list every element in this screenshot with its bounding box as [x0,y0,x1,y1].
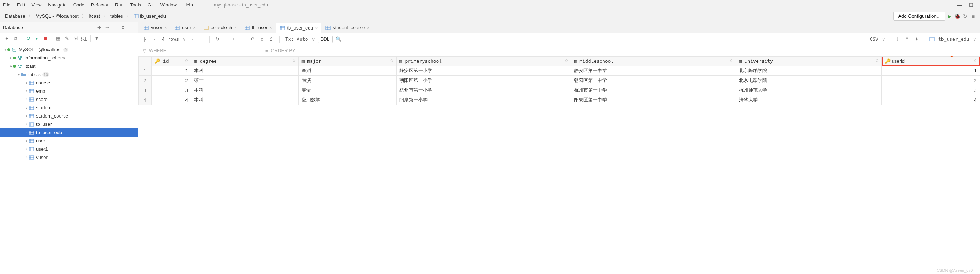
reload-icon[interactable]: ↻ [214,36,221,42]
svg-rect-5 [20,56,22,58]
tree-table-tb_user[interactable]: ›tb_user [0,120,138,128]
tab-student_course[interactable]: student_course× [321,22,373,33]
close-icon[interactable]: × [164,25,167,30]
tree-table-tb_user_edu[interactable]: ›tb_user_edu [0,128,138,137]
export-down-icon[interactable]: ⭳ [894,36,902,42]
stop-icon[interactable]: ■ [969,12,977,20]
hide-icon[interactable]: — [127,25,135,30]
revert-icon[interactable]: ↶ [249,36,256,42]
breadcrumb[interactable]: tb_user_edu [131,13,168,19]
maximize-icon[interactable]: ☐ [969,2,974,8]
search-icon[interactable]: 🔍 [335,36,342,42]
menu-view[interactable]: View [32,2,41,8]
tree-datasource[interactable]: ∨ MySQL - @localhost 9 [0,46,138,54]
debug-icon[interactable]: 🐞 [953,12,961,20]
tab-tb_user[interactable]: tb_user× [241,22,276,33]
table-row[interactable]: 33本科英语杭州市第一小学杭州市第一中学杭州师范大学3 [138,86,980,95]
close-icon[interactable]: × [367,25,369,30]
svg-rect-13 [29,89,33,93]
run-icon[interactable]: ▸ [33,36,41,41]
breadcrumb[interactable]: tables [108,13,125,19]
tree-table-user[interactable]: ›user [0,137,138,145]
column-id[interactable]: 🔑 id ◇ [151,57,191,66]
tree-table-user1[interactable]: ›user1 [0,145,138,153]
tree-tables-folder[interactable]: ∨ tables 10 [0,70,138,79]
column-userid[interactable]: ➘🔑 userid ◇ [882,57,980,66]
menu-window[interactable]: Window [160,2,177,8]
menu-git[interactable]: Git [148,2,154,8]
settings-icon[interactable]: ⚙ [119,25,127,30]
query-console-icon[interactable]: QL [80,36,88,41]
next-page-icon[interactable]: › [188,36,196,42]
menu-edit[interactable]: Edit [17,2,25,8]
refresh-icon[interactable]: ↻ [24,36,32,41]
rerun-icon[interactable]: ↻ [961,12,969,20]
filter-bar: ▽ WHERE ≡ ORDER BY [138,46,980,56]
run-icon[interactable]: ▶ [945,12,953,20]
breadcrumb[interactable]: MySQL - @localhost [33,13,81,19]
close-icon[interactable]: × [234,25,236,30]
column-middleschool[interactable]: ▦ middleschool ◇ [571,57,736,66]
edit-icon[interactable]: ✎ [63,36,71,41]
tx-mode[interactable]: Tx: Auto [284,36,310,42]
close-icon[interactable]: × [269,25,272,30]
tab-user[interactable]: user× [171,22,199,33]
column-primaryschool[interactable]: ▦ primaryschool ◇ [396,57,571,66]
tree-table-student_course[interactable]: ›student_course [0,112,138,120]
tree-table-score[interactable]: ›score [0,95,138,103]
tab-tb_user_edu[interactable]: tb_user_edu× [276,23,322,33]
ddl-icon[interactable]: ⇲ [72,36,80,41]
menu-code[interactable]: Code [73,2,84,8]
table-row[interactable]: 22硕士表演朝阳区第一小学朝阳区第一中学北京电影学院2 [138,76,980,86]
svg-rect-22 [29,114,33,118]
column-university[interactable]: ▦ university ◇ [736,57,881,66]
breadcrumb[interactable]: Database [3,13,27,19]
menu-help[interactable]: Help [183,2,193,8]
svg-rect-56 [930,38,934,41]
breadcrumb[interactable]: itcast [87,13,102,19]
stop-icon[interactable]: ■ [41,36,49,41]
tree-table-course[interactable]: ›course [0,79,138,87]
submit-icon[interactable]: ↥ [268,36,275,42]
compare-icon[interactable]: ✦ [913,36,921,42]
remove-row-icon[interactable]: − [240,36,247,42]
menu-run[interactable]: Run [115,2,124,8]
commit-icon[interactable]: ⎌ [258,36,266,42]
tree-schema-itcast[interactable]: ∨ itcast [0,62,138,70]
menu-file[interactable]: File [3,2,11,8]
collapse-icon[interactable]: ⇥ [103,25,111,30]
menu-refactor[interactable]: Refactor [91,2,108,8]
target-icon[interactable]: ✥ [95,25,103,30]
add-configuration-button[interactable]: Add Configuration... [893,11,945,21]
tree-table-student[interactable]: ›student [0,103,138,112]
where-filter[interactable]: ▽ WHERE [138,46,261,56]
ddl-button[interactable]: DDL [318,36,332,43]
menu-tools[interactable]: Tools [130,2,141,8]
target-table[interactable]: tb_user_edu [937,36,970,42]
close-icon[interactable]: × [315,26,318,30]
export-up-icon[interactable]: ⭱ [904,36,911,42]
menu-navigate[interactable]: Navigate [48,2,67,8]
minimize-icon[interactable]: — [956,2,962,8]
row-count[interactable]: 4 rows [161,36,180,42]
copy-icon[interactable]: ⧉ [11,36,19,41]
last-page-icon[interactable]: ›| [198,36,205,42]
close-icon[interactable]: × [193,25,196,30]
table-icon[interactable]: ▦ [54,36,62,41]
column-major[interactable]: ▦ major ◇ [298,57,396,66]
filter-icon[interactable]: ▼ [93,36,101,41]
tree-table-vuser[interactable]: ›vuser [0,153,138,162]
export-format[interactable]: CSV [868,36,879,42]
prev-page-icon[interactable]: ‹ [151,36,158,42]
orderby-filter[interactable]: ≡ ORDER BY [261,46,300,56]
tree-schema[interactable]: › information_schema [0,54,138,62]
table-row[interactable]: 44本科应用数学阳泉第一小学阳泉区第一中学清华大学4 [138,95,980,105]
first-page-icon[interactable]: |‹ [142,36,149,42]
table-row[interactable]: 11本科舞蹈静安区第一小学静安区第一中学北京舞蹈学院1 [138,66,980,76]
tab-yuser[interactable]: yuser× [140,22,171,33]
tab-console_5[interactable]: console_5× [199,22,241,33]
add-row-icon[interactable]: + [230,36,237,42]
add-icon[interactable]: + [3,36,11,41]
tree-table-emp[interactable]: ›emp [0,87,138,95]
column-degree[interactable]: ▦ degree ◇ [191,57,299,66]
